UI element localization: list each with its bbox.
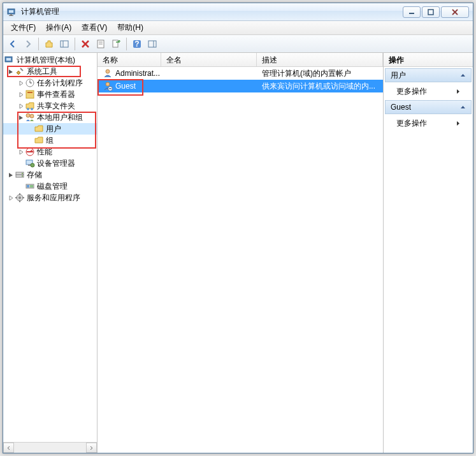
svg-rect-18 [148,41,156,47]
tree-local-users-groups[interactable]: 本地用户和组 [3,112,97,123]
svg-rect-42 [27,185,29,188]
svg-rect-43 [30,185,33,188]
properties-button[interactable] [94,37,108,51]
toolbar-separator [126,38,127,50]
list-row-guest[interactable]: Guest 供来宾访问计算机或访问域的内... [97,80,383,92]
tree-shared-folders[interactable]: 共享文件夹 [3,100,97,112]
column-name[interactable]: 名称 [97,53,161,66]
folder-icon [34,124,44,134]
scroll-right-button[interactable] [86,443,97,453]
expander-open-icon[interactable] [17,114,25,121]
nav-tree: 计算机管理(本地) 系统工具 任务计划程序 [3,53,97,205]
user-disabled-icon [103,81,113,91]
column-description[interactable]: 描述 [257,53,383,66]
scroll-left-button[interactable] [3,443,14,453]
close-button[interactable] [441,6,469,18]
window-buttons [401,6,469,18]
minimize-button[interactable] [403,6,421,18]
help-button[interactable]: ? [130,37,144,51]
svg-rect-8 [61,41,68,47]
toolbar-separator [75,38,75,50]
device-manager-icon [25,158,35,168]
list-row-administrator[interactable]: Administrat... 管理计算机(域)的内置帐户 [97,67,383,80]
expander-closed-icon[interactable] [17,79,25,87]
user-description: 管理计算机(域)的内置帐户 [262,68,351,79]
delete-button[interactable] [78,37,92,51]
collapse-arrow-icon [460,105,466,110]
app-icon [7,7,17,17]
tree-task-scheduler[interactable]: 任务计划程序 [3,77,97,89]
window-title: 计算机管理 [21,6,401,17]
back-button[interactable] [6,37,20,51]
tree-device-manager[interactable]: 设备管理器 [3,158,97,169]
services-icon [15,193,25,203]
action-section-guest[interactable]: Guest [385,100,472,114]
tree-users[interactable]: 用户 [3,123,97,135]
action-pane-toggle-button[interactable] [145,37,159,51]
svg-point-45 [18,196,21,199]
tree-pane[interactable]: 计算机管理(本地) 系统工具 任务计划程序 [3,53,97,453]
up-button[interactable] [42,37,56,51]
svg-point-30 [30,114,34,118]
shared-folder-icon [25,101,35,111]
user-description: 供来宾访问计算机或访问域的内... [262,81,375,92]
menu-view[interactable]: 查看(V) [76,20,112,35]
expander-open-icon[interactable] [7,68,15,75]
action-section-users[interactable]: 用户 [385,68,472,82]
expander-closed-icon[interactable] [7,194,15,202]
svg-point-40 [22,175,23,177]
submenu-arrow-icon [456,89,460,94]
list-body[interactable]: Administrat... 管理计算机(域)的内置帐户 Guest 供来宾访问… [97,67,383,453]
titlebar[interactable]: 计算机管理 [3,3,473,21]
actions-pane: 操作 用户 更多操作 Guest 更多操作 [384,53,473,453]
svg-rect-35 [28,165,31,166]
tree-services-apps[interactable]: 服务和应用程序 [3,192,97,203]
list-pane: 名称 全名 描述 Administrat... 管理计算机(域)的内置帐户 G [97,53,384,453]
svg-point-39 [22,173,23,174]
svg-rect-2 [10,14,12,15]
svg-point-28 [31,108,33,110]
column-fullname[interactable]: 全名 [161,53,257,66]
show-hide-tree-button[interactable] [57,37,71,51]
export-button[interactable] [109,37,123,51]
tree-disk-management[interactable]: 磁盘管理 [3,180,97,192]
list-header: 名称 全名 描述 [97,53,383,67]
forward-button[interactable] [21,37,35,51]
users-groups-icon [25,112,35,122]
svg-rect-25 [26,91,34,98]
performance-icon [25,147,35,157]
tree-root[interactable]: 计算机管理(本地) [3,54,97,66]
disk-mgmt-icon [25,181,35,191]
expander-open-icon[interactable] [7,171,15,179]
menu-file[interactable]: 文件(F) [6,20,41,35]
expander-closed-icon[interactable] [17,102,25,110]
tree-event-viewer[interactable]: 事件查看器 [3,89,97,100]
action-more-users[interactable]: 更多操作 [385,84,472,98]
tree-scrollbar[interactable] [3,442,97,453]
content-area: 计算机管理(本地) 系统工具 任务计划程序 [3,53,473,453]
menu-action[interactable]: 操作(A) [41,20,76,35]
user-icon [103,68,113,78]
computer-mgmt-icon [4,55,15,65]
folder-icon [34,135,44,145]
tree-system-tools[interactable]: 系统工具 [3,66,97,77]
tree-groups[interactable]: 组 [3,135,97,146]
mmc-window: 计算机管理 文件(F) 操作(A) 查看(V) 帮助(H) ? [3,3,473,453]
expander-closed-icon[interactable] [17,148,25,156]
tree-performance[interactable]: 性能 [3,146,97,158]
action-more-guest[interactable]: 更多操作 [385,116,472,130]
tools-icon [15,66,25,77]
menubar: 文件(F) 操作(A) 查看(V) 帮助(H) [3,21,473,35]
maximize-button[interactable] [422,6,440,18]
toolbar: ? [3,35,473,53]
svg-text:?: ? [134,40,139,48]
toolbar-separator [38,38,39,50]
expander-closed-icon[interactable] [17,91,25,98]
svg-point-29 [26,114,30,117]
actions-header: 操作 [384,53,473,67]
user-name: Administrat... [115,69,160,78]
menu-help[interactable]: 帮助(H) [112,20,148,35]
user-name: Guest [115,82,136,91]
svg-rect-15 [113,40,118,47]
tree-storage[interactable]: 存储 [3,169,97,180]
